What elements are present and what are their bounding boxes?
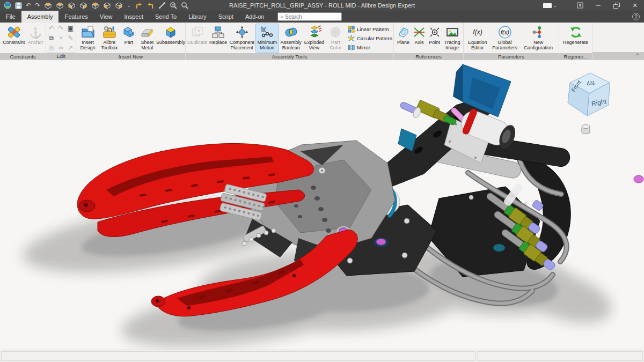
search-icon: ⌕ bbox=[280, 13, 283, 20]
app-logo-icon[interactable] bbox=[4, 2, 11, 9]
restore-button[interactable] bbox=[608, 0, 626, 11]
delete-icon[interactable]: × bbox=[56, 33, 65, 42]
profile-dropdown[interactable]: ⌄ bbox=[543, 3, 557, 8]
view-cube[interactable]: Top Front Right bbox=[562, 67, 614, 120]
ribbon-collapse-button[interactable]: ⌃ bbox=[592, 52, 644, 60]
anchor-button[interactable]: ⚓ Anchor bbox=[26, 24, 45, 53]
title-bar: ↶ ↷ ⌄ RAISE_PITCH_ROLL_GRIP_ASSY - ROLL … bbox=[0, 0, 644, 11]
plane-icon bbox=[397, 25, 411, 39]
regenerate-button[interactable]: Regenerate bbox=[560, 24, 591, 53]
ribbon-group-parameters: f(x) Equation Editor f(x) Global Paramet… bbox=[464, 23, 559, 60]
tab-file[interactable]: File bbox=[0, 11, 21, 23]
component-placement-button[interactable]: Component Placement bbox=[228, 24, 255, 53]
tab-features[interactable]: Features bbox=[58, 11, 93, 23]
view-front-icon[interactable] bbox=[68, 2, 76, 9]
edit-icon-grid: ↶ ↷ ▣ ⧉ × ✎ ◎ ∞ ↗ bbox=[47, 24, 75, 52]
chevron-down-icon: ⌄ bbox=[553, 3, 557, 8]
view-top-icon[interactable] bbox=[56, 2, 64, 9]
mirror-button[interactable]: Mirror bbox=[348, 43, 392, 51]
view-back-icon[interactable] bbox=[91, 2, 99, 9]
alibre-toolbox-icon bbox=[103, 25, 116, 39]
button-label: Circular Pattern bbox=[357, 35, 392, 41]
record-macro-icon[interactable]: ▣ bbox=[66, 24, 75, 33]
ribbon-group-insert-new: Insert Design Alibre Toolbox Part Sheet … bbox=[76, 23, 186, 60]
ribbon-pin-button[interactable] bbox=[571, 0, 589, 11]
show-hide-icon[interactable]: ◎ bbox=[47, 43, 56, 52]
linear-pattern-icon bbox=[348, 26, 355, 33]
circular-pattern-button[interactable]: Circular Pattern bbox=[348, 34, 392, 42]
redo-icon[interactable]: ↷ bbox=[56, 24, 65, 33]
undo-icon[interactable]: ↶ bbox=[47, 24, 56, 33]
tracing-image-button[interactable]: Tracing Image bbox=[442, 24, 462, 53]
mirror-icon bbox=[348, 44, 355, 51]
tab-send-to[interactable]: Send To bbox=[149, 11, 182, 23]
save-icon[interactable] bbox=[15, 2, 22, 9]
svg-text:⚓: ⚓ bbox=[29, 27, 42, 39]
exploded-view-button[interactable]: Exploded View bbox=[303, 24, 325, 53]
sheet-metal-icon bbox=[140, 25, 154, 39]
group-label-regenerate: Regener... bbox=[559, 53, 592, 60]
regenerate-icon bbox=[569, 25, 583, 39]
global-parameters-button[interactable]: f(x) Global Parameters bbox=[491, 24, 519, 53]
button-label: Insert Design bbox=[78, 40, 98, 50]
alibre-toolbox-button[interactable]: Alibre Toolbox bbox=[98, 24, 120, 53]
equation-editor-button[interactable]: f(x) Equation Editor bbox=[465, 24, 491, 53]
button-label: Duplicate bbox=[187, 40, 208, 45]
viewport-canvas[interactable]: Top Front Right bbox=[0, 60, 644, 350]
minimize-button[interactable]: ─ bbox=[589, 0, 608, 11]
view-iso-icon[interactable] bbox=[44, 2, 52, 9]
reorder-icon[interactable]: ↗ bbox=[66, 43, 75, 52]
edit-properties-icon[interactable]: ✎ bbox=[66, 33, 75, 42]
group-label-references: References bbox=[394, 53, 463, 60]
assembly-boolean-button[interactable]: Assembly Boolean bbox=[279, 24, 303, 53]
view-bottom-icon[interactable] bbox=[115, 2, 123, 9]
button-label: Mirror bbox=[357, 45, 370, 50]
rotate-view-left-icon[interactable] bbox=[135, 2, 143, 9]
view-right-icon[interactable] bbox=[79, 2, 87, 9]
button-label: Subassembly bbox=[156, 40, 185, 45]
plane-button[interactable]: Plane bbox=[395, 24, 412, 53]
group-label-constraints: Constraints bbox=[0, 53, 46, 60]
replace-button[interactable]: Replace bbox=[208, 24, 229, 53]
undo-icon[interactable]: ↶ bbox=[26, 2, 31, 9]
minimum-motion-icon bbox=[260, 25, 274, 39]
rotate-view-right-icon[interactable] bbox=[147, 2, 155, 9]
close-button[interactable]: ✕ bbox=[626, 0, 644, 11]
insert-design-button[interactable]: Insert Design bbox=[77, 24, 98, 53]
constraint-button[interactable]: Constraint bbox=[1, 24, 26, 53]
tab-script[interactable]: Script bbox=[213, 11, 239, 23]
axis-button[interactable]: Axis bbox=[412, 24, 427, 53]
search-box[interactable]: ⌕ bbox=[277, 12, 342, 21]
tab-inspect[interactable]: Inspect bbox=[119, 11, 149, 23]
view-dropdown-icon[interactable]: ⌄ bbox=[127, 2, 131, 9]
part-button[interactable]: Part bbox=[120, 24, 137, 53]
menu-bar: File Assembly Features View Inspect Send… bbox=[0, 11, 644, 23]
insert-design-icon bbox=[81, 25, 95, 39]
redo-icon[interactable]: ↷ bbox=[35, 2, 40, 9]
button-label: Assembly Boolean bbox=[280, 40, 303, 50]
zoom-out-icon[interactable] bbox=[170, 2, 177, 9]
tab-library[interactable]: Library bbox=[182, 11, 213, 23]
ribbon-group-edit: ↶ ↷ ▣ ⧉ × ✎ ◎ ∞ ↗ Edit bbox=[46, 23, 76, 60]
tab-view[interactable]: View bbox=[94, 11, 119, 23]
duplicate-button[interactable]: Duplicate bbox=[187, 24, 208, 53]
duplicate-icon[interactable]: ⧉ bbox=[47, 33, 56, 42]
zoom-in-icon[interactable] bbox=[181, 2, 188, 9]
view-left-icon[interactable] bbox=[103, 2, 111, 9]
part-color-button[interactable]: Part Color bbox=[325, 24, 346, 53]
linear-pattern-button[interactable]: Linear Pattern bbox=[348, 25, 392, 33]
new-configuration-button[interactable]: New Configuration bbox=[519, 24, 558, 53]
point-button[interactable]: Point bbox=[427, 24, 442, 53]
sheet-metal-button[interactable]: Sheet Metal bbox=[137, 24, 157, 53]
equation-editor-icon: f(x) bbox=[471, 25, 485, 39]
tab-assembly[interactable]: Assembly bbox=[21, 11, 59, 23]
link-icon[interactable]: ∞ bbox=[56, 43, 65, 52]
ribbon-group-constraints: Constraint ⚓ Anchor Constraints bbox=[0, 23, 46, 60]
tracing-image-icon bbox=[445, 25, 459, 39]
search-input[interactable] bbox=[285, 14, 339, 20]
measure-icon[interactable] bbox=[158, 2, 166, 9]
subassembly-button[interactable]: Subassembly bbox=[157, 24, 184, 53]
minimum-motion-button[interactable]: Minimum Motion bbox=[255, 24, 279, 53]
help-icon[interactable]: ? bbox=[632, 13, 640, 20]
tab-add-on[interactable]: Add-on bbox=[239, 11, 270, 23]
